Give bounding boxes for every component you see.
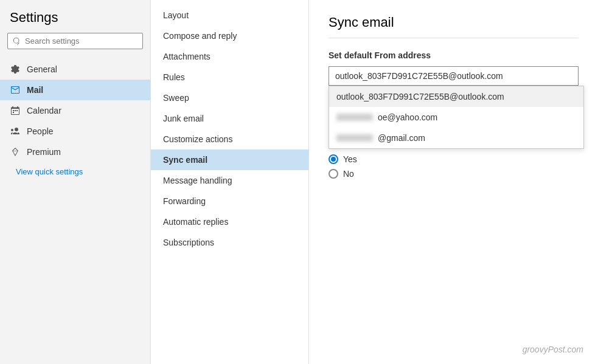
nav-sweep[interactable]: Sweep [151,88,308,108]
search-box[interactable] [7,33,143,49]
from-address-label: Set default From address [329,50,579,60]
main-content: Sync email Set default From address outl… [309,0,598,364]
gear-icon [10,64,21,75]
nav-customize-actions[interactable]: Customize actions [151,129,308,149]
nav-message-handling[interactable]: Message handling [151,170,308,191]
nav-sync-email[interactable]: Sync email [151,149,308,170]
radio-yes-option[interactable]: Yes [329,154,579,164]
blurred-prefix-3 [336,134,373,142]
radio-no-circle [329,169,338,179]
selected-email-display: outlook_803F7D991C72E55B@outlook.com [335,71,503,81]
mail-icon [10,84,21,95]
dropdown-menu: outlook_803F7D991C72E55B@outlook.com oe@… [329,86,584,149]
nav-automatic-replies[interactable]: Automatic replies [151,211,308,232]
sidebar-item-mail[interactable]: Mail [0,80,150,100]
radio-yes-circle [329,154,338,164]
search-input[interactable] [25,36,137,46]
from-address-dropdown-container: outlook_803F7D991C72E55B@outlook.com out… [329,66,579,86]
radio-no-label: No [343,169,354,179]
view-quick-settings-link[interactable]: View quick settings [6,162,150,181]
nav-layout[interactable]: Layout [151,5,308,26]
calendar-icon [10,105,21,116]
title-divider [329,38,579,38]
blurred-prefix-2 [336,114,373,121]
sidebar-item-label-people: People [27,126,54,136]
middle-nav: Layout Compose and reply Attachments Rul… [151,0,309,364]
settings-title: Settings [0,10,150,33]
sidebar-item-general[interactable]: General [0,59,150,80]
page-title: Sync email [329,15,579,30]
sidebar-item-label-calendar: Calendar [27,106,61,115]
sidebar: Settings General Mail Ca [0,0,151,364]
dropdown-option-3[interactable]: @gmail.com [329,128,583,148]
sidebar-item-people[interactable]: People [0,121,150,142]
sidebar-item-label-premium: Premium [27,147,61,157]
nav-forwarding[interactable]: Forwarding [151,191,308,211]
radio-no-option[interactable]: No [329,169,579,179]
search-icon [13,37,21,46]
nav-attachments[interactable]: Attachments [151,46,308,67]
nav-compose-reply[interactable]: Compose and reply [151,26,308,46]
nav-rules[interactable]: Rules [151,67,308,88]
watermark: groovyPost.com [523,345,583,354]
nav-junk-email[interactable]: Junk email [151,108,308,129]
radio-yes-label: Yes [343,154,357,164]
from-address-input[interactable]: outlook_803F7D991C72E55B@outlook.com [329,66,579,86]
people-icon [10,126,21,137]
dropdown-option-2[interactable]: oe@yahoo.com [329,107,583,128]
sidebar-item-label-general: General [27,64,57,74]
diamond-icon [10,146,21,157]
dropdown-email-2: oe@yahoo.com [378,112,437,122]
radio-yes-dot [331,157,336,162]
dropdown-email-3: @gmail.com [378,133,425,143]
dropdown-option-1[interactable]: outlook_803F7D991C72E55B@outlook.com [329,86,583,107]
nav-subscriptions[interactable]: Subscriptions [151,232,308,253]
sidebar-item-calendar[interactable]: Calendar [0,100,150,121]
sidebar-item-label-mail: Mail [27,85,43,95]
dropdown-email-1: outlook_803F7D991C72E55B@outlook.com [336,92,504,101]
sidebar-item-premium[interactable]: Premium [0,142,150,162]
